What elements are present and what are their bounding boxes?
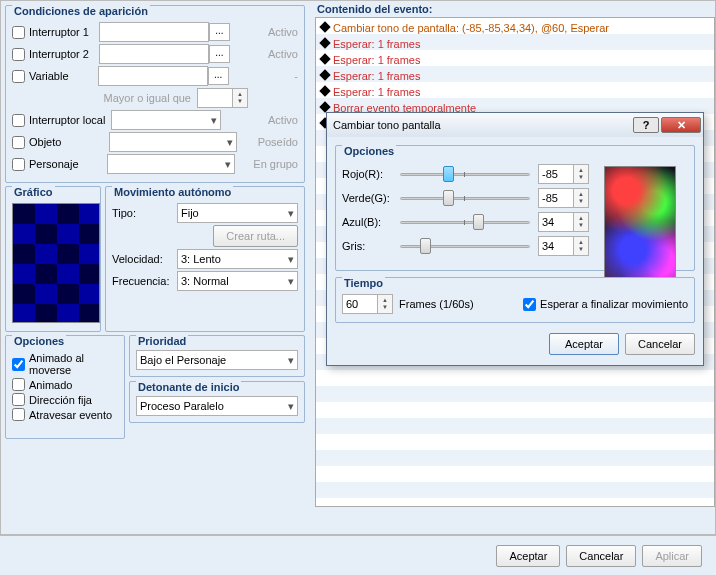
geq-value[interactable] [197,88,233,108]
time-group: Tiempo 60▲▼ Frames (1/60s) Esperar a fin… [335,277,695,323]
frequency-label: Frecuencia: [112,275,177,287]
speed-label: Velocidad: [112,253,177,265]
geq-label: Mayor o igual que [104,92,191,104]
character-state: En grupo [253,158,298,170]
animonmove-checkbox[interactable] [12,358,25,371]
animated-label: Animado [29,379,72,391]
blue-slider[interactable] [400,213,530,231]
dialog-title: Cambiar tono pantalla [333,119,631,131]
blue-label: Azul(B): [342,216,400,228]
switch1-field[interactable] [99,22,209,42]
green-value[interactable]: -85 [538,188,574,208]
grey-slider[interactable] [400,237,530,255]
variable-browse-button[interactable]: ... [208,67,229,85]
blue-spinner[interactable]: ▲▼ [574,212,589,232]
automovement-group: Movimiento autónomo Tipo: Fijo▾ Crear ru… [105,186,305,332]
object-state: Poseído [258,136,298,148]
red-value[interactable]: -85 [538,164,574,184]
dialog-accept-button[interactable]: Aceptar [549,333,619,355]
character-checkbox[interactable] [12,158,25,171]
switch1-browse-button[interactable]: ... [209,23,230,41]
main-apply-button[interactable]: Aplicar [642,545,702,567]
through-label: Atravesar evento [29,409,112,421]
trigger-title: Detonante de inicio [136,381,241,393]
localswitch-state: Activo [268,114,298,126]
time-title: Tiempo [342,277,385,289]
switch2-browse-button[interactable]: ... [209,45,230,63]
dialog-options-group: Opciones Rojo(R): -85▲▼ Verde(G): -85▲▼ … [335,145,695,271]
trigger-combo[interactable]: Proceso Paralelo▾ [136,396,298,416]
type-label: Tipo: [112,207,177,219]
dialog-cancel-button[interactable]: Cancelar [625,333,695,355]
geq-spinner[interactable]: ▲▼ [233,88,248,108]
green-slider[interactable] [400,189,530,207]
green-spinner[interactable]: ▲▼ [574,188,589,208]
switch1-state: Activo [268,26,298,38]
wait-label: Esperar a finalizar movimiento [540,298,688,310]
grey-label: Gris: [342,240,400,252]
main-cancel-button[interactable]: Cancelar [566,545,636,567]
variable-label: Variable [29,70,69,82]
fixeddir-checkbox[interactable] [12,393,25,406]
content-title: Contenido del evento: [317,3,715,15]
red-spinner[interactable]: ▲▼ [574,164,589,184]
priority-group: Prioridad Bajo el Personaje▾ [129,335,305,377]
switch1-checkbox[interactable] [12,26,25,39]
animated-checkbox[interactable] [12,378,25,391]
options-title: Opciones [12,335,66,347]
dialog-options-title: Opciones [342,145,396,157]
variable-state: - [294,70,298,82]
switch2-label: Interruptor 2 [29,48,89,60]
fixeddir-label: Dirección fija [29,394,92,406]
tint-dialog: Cambiar tono pantalla ? ✕ Opciones Rojo(… [326,112,704,366]
blue-value[interactable]: 34 [538,212,574,232]
close-button[interactable]: ✕ [661,117,701,133]
localswitch-checkbox[interactable] [12,114,25,127]
object-checkbox[interactable] [12,136,25,149]
red-slider[interactable] [400,165,530,183]
options-group: Opciones Animado al moverse Animado Dire… [5,335,125,439]
character-label: Personaje [29,158,79,170]
grey-spinner[interactable]: ▲▼ [574,236,589,256]
priority-title: Prioridad [136,335,188,347]
frames-spinner[interactable]: ▲▼ [378,294,393,314]
object-combo[interactable]: ▾ [109,132,237,152]
main-accept-button[interactable]: Aceptar [496,545,560,567]
localswitch-combo[interactable]: ▾ [111,110,221,130]
conditions-title: Condiciones de aparición [12,5,150,17]
automovement-title: Movimiento autónomo [112,186,233,198]
main-button-bar: Aceptar Cancelar Aplicar [0,535,716,575]
object-label: Objeto [29,136,61,148]
green-label: Verde(G): [342,192,400,204]
dialog-titlebar[interactable]: Cambiar tono pantalla ? ✕ [327,113,703,137]
switch2-checkbox[interactable] [12,48,25,61]
graphic-title: Gráfico [12,186,55,198]
frequency-combo[interactable]: 3: Normal▾ [177,271,298,291]
trigger-group: Detonante de inicio Proceso Paralelo▾ [129,381,305,423]
graphic-canvas[interactable] [12,203,100,323]
help-button[interactable]: ? [633,117,659,133]
conditions-group: Condiciones de aparición Interruptor 1 .… [5,5,305,183]
switch2-field[interactable] [99,44,209,64]
localswitch-label: Interruptor local [29,114,105,126]
switch1-label: Interruptor 1 [29,26,89,38]
frames-value[interactable]: 60 [342,294,378,314]
through-checkbox[interactable] [12,408,25,421]
variable-field[interactable] [98,66,208,86]
wait-checkbox[interactable] [523,298,536,311]
type-combo[interactable]: Fijo▾ [177,203,298,223]
frames-label: Frames (1/60s) [399,298,474,310]
switch2-state: Activo [268,48,298,60]
animonmove-label: Animado al moverse [29,352,118,376]
graphic-group: Gráfico [5,186,101,332]
variable-checkbox[interactable] [12,70,25,83]
speed-combo[interactable]: 3: Lento▾ [177,249,298,269]
create-route-button[interactable]: Crear ruta... [213,225,298,247]
character-combo[interactable]: ▾ [107,154,235,174]
priority-combo[interactable]: Bajo el Personaje▾ [136,350,298,370]
red-label: Rojo(R): [342,168,400,180]
grey-value[interactable]: 34 [538,236,574,256]
color-preview [604,166,676,286]
